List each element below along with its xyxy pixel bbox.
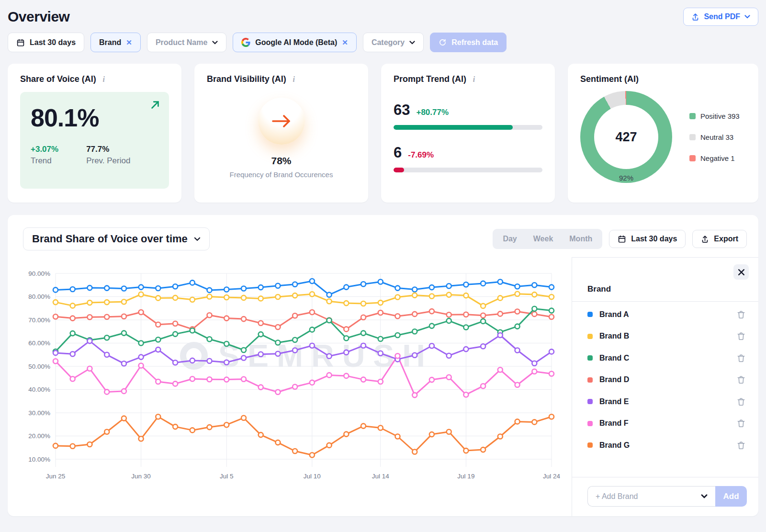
sentiment-legend-item: Negative 1: [689, 154, 746, 162]
product-name-filter[interactable]: Product Name: [147, 33, 226, 52]
metric-cards: Share of Voice (AI) 80.1% +3.07% Trend 7…: [8, 64, 758, 203]
prompt-down-progress: [394, 168, 542, 172]
category-label: Category: [372, 38, 405, 47]
brand-color-dot: [587, 399, 593, 404]
card-title: Share of Voice (AI): [20, 74, 96, 84]
sentiment-legend-item: Neutral 33: [689, 133, 746, 141]
brand-row: Brand C: [587, 347, 747, 369]
category-filter[interactable]: Category: [363, 33, 424, 52]
sentiment-donut-chart: 427 92%: [580, 91, 672, 183]
legend-label: Negative 1: [700, 154, 735, 162]
legend-label: Positive 393: [700, 112, 740, 120]
send-pdf-label: Send PDF: [704, 12, 740, 21]
overview-page: Overview Send PDF Last 30 days Brand ✕ P…: [0, 0, 766, 516]
chart-header: Brand Share of Voice over time Day Week …: [8, 215, 758, 257]
svg-text:Jun 30: Jun 30: [131, 473, 151, 480]
granularity-week[interactable]: Week: [525, 231, 562, 247]
chart-date-range-button[interactable]: Last 30 days: [609, 230, 686, 248]
svg-text:Jul 14: Jul 14: [372, 473, 390, 480]
brand-row: Brand F: [587, 413, 747, 435]
visibility-caption: Frequency of Brand Occurences: [230, 170, 333, 179]
svg-text:20.00%: 20.00%: [28, 432, 50, 440]
svg-text:50.00%: 50.00%: [28, 363, 50, 370]
series-line-brand-b: [56, 294, 552, 306]
brand-row: Brand A: [587, 304, 747, 326]
svg-text:30.00%: 30.00%: [28, 409, 50, 417]
svg-text:40.00%: 40.00%: [28, 386, 50, 393]
granularity-toggle: Day Week Month: [493, 229, 602, 249]
share-of-voice-panel: 80.1% +3.07% Trend 77.7% Prev. Period: [20, 92, 169, 189]
legend-label: Neutral 33: [700, 133, 733, 141]
remove-brand-filter-icon[interactable]: ✕: [126, 38, 132, 47]
prompt-up-count: 63: [394, 102, 410, 119]
add-brand-select[interactable]: + Add Brand: [587, 486, 715, 507]
brand-label: Brand B: [599, 332, 735, 340]
prev-period-label: Prev. Period: [86, 156, 130, 166]
ai-mode-filter-chip[interactable]: Google AI Mode (Beta) ✕: [233, 33, 357, 52]
brand-color-dot: [587, 421, 593, 426]
chevron-down-icon: [744, 15, 750, 19]
brand-panel: Brand Brand ABrand BBrand CBrand DBrand …: [572, 257, 758, 516]
send-pdf-button[interactable]: Send PDF: [683, 8, 758, 26]
export-label: Export: [714, 235, 738, 243]
granularity-day[interactable]: Day: [495, 231, 525, 247]
refresh-data-label: Refresh data: [451, 38, 498, 47]
delete-brand-button[interactable]: [735, 309, 747, 320]
close-panel-button[interactable]: [733, 264, 749, 280]
brand-filter-chip[interactable]: Brand ✕: [90, 33, 141, 52]
upload-icon: [691, 13, 699, 21]
delete-brand-button[interactable]: [735, 352, 747, 364]
svg-text:70.00%: 70.00%: [28, 317, 50, 324]
delete-brand-button[interactable]: [735, 440, 747, 451]
chevron-down-icon: [194, 237, 201, 241]
brand-color-dot: [587, 334, 593, 339]
card-title: Prompt Trend (AI): [394, 74, 466, 84]
svg-text:Jul 10: Jul 10: [304, 473, 321, 480]
brand-label: Brand D: [599, 375, 735, 384]
brand-row: Brand G: [587, 434, 747, 456]
google-logo-icon: [241, 38, 250, 47]
chevron-down-icon: [212, 41, 218, 45]
add-brand-button[interactable]: Add: [715, 486, 747, 507]
share-of-voice-line-chart: 90.00%80.00%70.00%60.00%50.00%40.00%30.0…: [14, 259, 565, 484]
delete-brand-button[interactable]: [735, 396, 747, 407]
remove-ai-mode-filter-icon[interactable]: ✕: [342, 38, 348, 47]
prev-period-value: 77.7%: [86, 145, 130, 154]
brand-panel-header: Brand: [587, 284, 747, 294]
svg-text:90.00%: 90.00%: [28, 270, 50, 277]
prompt-up-progress: [394, 125, 542, 130]
svg-text:80.00%: 80.00%: [28, 293, 50, 300]
trend-label: Trend: [31, 156, 58, 166]
brand-color-dot: [587, 312, 593, 317]
brand-row: Brand D: [587, 369, 747, 391]
date-range-label: Last 30 days: [30, 38, 76, 47]
info-icon[interactable]: [101, 75, 106, 84]
trend-delta: +3.07%: [31, 145, 58, 154]
legend-color-swatch: [689, 134, 696, 140]
brand-label: Brand E: [599, 397, 735, 406]
brand-list: Brand ABrand BBrand CBrand DBrand EBrand…: [587, 304, 747, 477]
delete-brand-button[interactable]: [735, 330, 747, 342]
granularity-month[interactable]: Month: [561, 231, 600, 247]
share-of-voice-value: 80.1%: [31, 103, 158, 132]
brand-chip-label: Brand: [99, 38, 121, 47]
brand-row: Brand B: [587, 326, 747, 348]
chart-date-range-label: Last 30 days: [631, 235, 677, 243]
svg-text:Jul 24: Jul 24: [543, 473, 561, 480]
export-button[interactable]: Export: [692, 230, 747, 248]
trend-up-arrow-icon: [150, 100, 160, 112]
info-icon[interactable]: [292, 75, 296, 84]
info-icon[interactable]: [472, 75, 476, 84]
delete-brand-button[interactable]: [735, 418, 747, 429]
brand-label: Brand C: [599, 354, 735, 362]
brand-label: Brand F: [599, 419, 735, 428]
refresh-data-button[interactable]: Refresh data: [430, 33, 507, 52]
delete-brand-button[interactable]: [735, 374, 747, 385]
chart-metric-select[interactable]: Brand Share of Voice over time: [23, 227, 210, 250]
legend-color-swatch: [689, 155, 696, 161]
prompt-up-change: +80.77%: [416, 108, 449, 117]
brand-label: Brand G: [599, 441, 735, 450]
visibility-value: 78%: [271, 155, 291, 167]
upload-icon: [701, 235, 709, 243]
date-range-filter[interactable]: Last 30 days: [8, 33, 84, 52]
